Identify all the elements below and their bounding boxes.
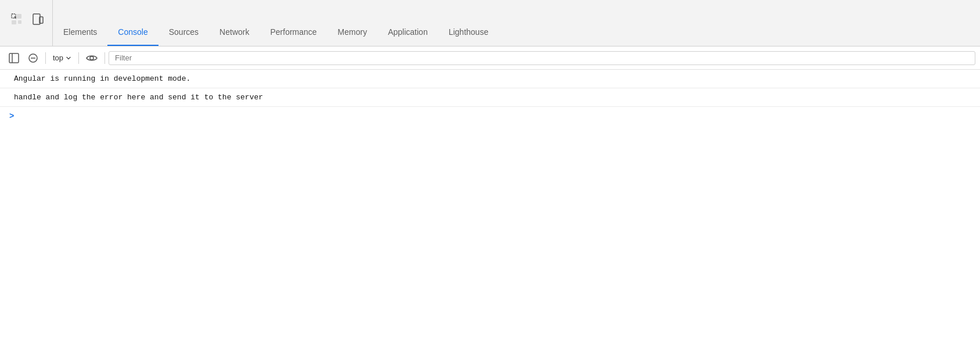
tab-sources[interactable]: Sources	[158, 27, 209, 46]
console-output: Angular is running in development mode. …	[0, 70, 980, 126]
devtools-tab-bar: Elements Console Sources Network Perform…	[0, 0, 980, 46]
device-icon	[31, 13, 44, 26]
context-value: top	[53, 53, 63, 62]
toolbar-divider-2	[78, 52, 79, 64]
console-line: Angular is running in development mode.	[0, 70, 980, 88]
toolbar-divider-1	[45, 52, 46, 64]
context-selector[interactable]: top	[49, 52, 75, 63]
tab-icon-group	[5, 0, 53, 46]
chevron-down-icon	[66, 55, 71, 61]
toolbar-divider-3	[105, 52, 105, 64]
filter-input[interactable]	[109, 51, 975, 65]
tab-console[interactable]: Console	[107, 27, 158, 46]
device-toolbar-button[interactable]	[29, 10, 46, 28]
tab-items: Elements Console Sources Network Perform…	[53, 27, 499, 46]
svg-rect-4	[33, 14, 40, 24]
svg-rect-3	[18, 20, 21, 24]
console-prompt-input[interactable]	[20, 112, 980, 121]
clear-console-button[interactable]	[24, 51, 42, 66]
live-expressions-button[interactable]	[82, 50, 101, 66]
sidebar-toggle-button[interactable]	[5, 50, 23, 66]
console-line-text: Angular is running in development mode.	[14, 74, 190, 83]
svg-rect-2	[12, 20, 16, 24]
prompt-chevron: >	[9, 112, 14, 121]
eye-icon	[86, 52, 98, 64]
inspect-element-button[interactable]	[8, 10, 26, 28]
svg-rect-6	[9, 53, 19, 63]
tab-network[interactable]: Network	[209, 27, 260, 46]
tab-lighthouse[interactable]: Lighthouse	[438, 27, 499, 46]
svg-point-10	[90, 56, 93, 60]
clear-icon	[28, 53, 38, 63]
console-toolbar: top	[0, 46, 980, 70]
console-prompt-line[interactable]: >	[0, 107, 980, 126]
inspect-icon	[10, 13, 23, 26]
sidebar-toggle-icon	[8, 52, 20, 64]
tab-application[interactable]: Application	[377, 27, 438, 46]
tab-elements[interactable]: Elements	[53, 27, 107, 46]
tab-performance[interactable]: Performance	[260, 27, 327, 46]
console-line-text: handle and log the error here and send i…	[14, 93, 263, 102]
tab-memory[interactable]: Memory	[327, 27, 378, 46]
console-line: handle and log the error here and send i…	[0, 88, 980, 107]
svg-rect-1	[17, 14, 21, 19]
